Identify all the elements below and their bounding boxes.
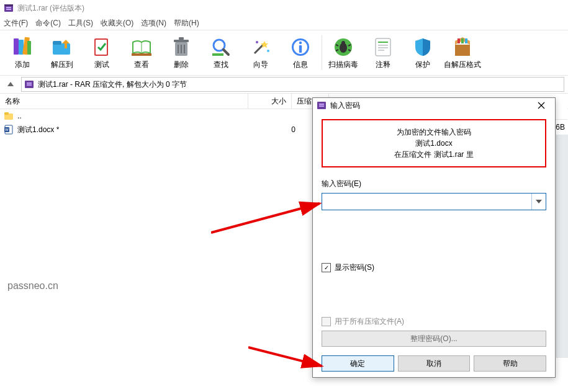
tool-add-label: 添加 [15,60,30,70]
tool-info-label: 信息 [293,60,308,70]
note-icon [372,36,394,58]
annotation-arrow-1 [211,198,329,236]
tool-view[interactable]: 查看 [122,32,161,74]
menu-file[interactable]: 文件(F) [4,18,28,29]
menu-options[interactable]: 选项(N) [141,18,166,29]
dialog-buttons: 确定 取消 帮助 [313,350,555,380]
svg-rect-16 [179,37,184,40]
window-title: 测试1.rar (评估版本) [17,3,84,14]
tool-comment[interactable]: 注释 [363,32,403,74]
svg-point-32 [341,41,345,45]
menu-fav[interactable]: 收藏夹(O) [101,18,133,29]
menu-help[interactable]: 帮助(H) [174,18,199,29]
svg-point-28 [299,41,302,43]
address-bar: 测试1.rar - RAR 压缩文件, 解包大小为 0 字节 [0,76,568,94]
book-check-icon [91,36,113,58]
cancel-button[interactable]: 取消 [398,355,471,372]
enter-password-label: 输入密码(E) [322,179,546,189]
books-stack-icon [11,36,34,58]
titlebar: 测试1.rar (评估版本) [0,0,568,16]
docx-icon: W [4,125,14,135]
show-password-label: 显示密码(S) [335,262,374,273]
use-all-checkbox [322,317,331,326]
close-button[interactable] [531,98,551,113]
tool-delete[interactable]: 删除 [161,32,201,74]
svg-point-24 [256,41,258,43]
tool-view-label: 查看 [134,60,149,70]
tool-comment-label: 注释 [376,60,390,70]
show-password-checkbox[interactable] [322,263,331,272]
dialog-message-box: 为加密的文件输入密码 测试1.docx 在压缩文件 测试1.rar 里 [322,119,546,167]
tool-find-label: 查找 [214,60,228,70]
tool-delete-label: 删除 [174,60,189,70]
svg-rect-3 [6,9,11,10]
svg-rect-37 [376,38,390,56]
tool-protect[interactable]: 保护 [403,32,443,74]
trash-icon [170,36,192,58]
info-icon [289,36,312,58]
tool-test[interactable]: 测试 [82,32,122,74]
scrollbar-track[interactable] [556,135,568,358]
svg-text:W: W [5,128,9,131]
winrar-app-icon [4,3,14,13]
svg-rect-7 [27,41,31,55]
tool-test-label: 测试 [94,60,109,70]
help-button[interactable]: 帮助 [474,355,546,372]
tool-wizard[interactable]: 向导 [241,32,281,74]
col-size[interactable]: 大小 [248,94,292,109]
svg-rect-9 [53,41,61,45]
msg-line2: 测试1.docx [325,138,543,149]
watermark: passneo.cn [7,280,58,292]
menu-command[interactable]: 命令(C) [35,18,61,29]
svg-rect-29 [299,45,302,53]
svg-rect-56 [319,105,324,107]
menu-tools[interactable]: 工具(S) [68,18,93,29]
manage-passwords-button[interactable]: 整理密码(O)... [322,331,546,347]
show-password-row[interactable]: 显示密码(S) [322,262,546,273]
path-field[interactable]: 测试1.rar - RAR 压缩文件, 解包大小为 0 字节 [21,77,564,92]
password-combobox[interactable] [322,193,546,210]
svg-rect-42 [455,45,470,56]
tool-scan[interactable]: 扫描病毒 [323,32,363,74]
svg-rect-8 [53,43,70,55]
shield-icon [412,36,434,58]
svg-rect-13 [132,53,151,56]
use-all-label: 用于所有压缩文件(A) [335,316,404,327]
dialog-body: 为加密的文件输入密码 测试1.docx 在压缩文件 测试1.rar 里 输入密码… [313,113,555,350]
svg-rect-1 [4,4,13,6]
winrar-small-icon [317,100,327,110]
ok-button[interactable]: 确定 [322,355,394,372]
bug-shield-icon [332,36,354,58]
cell-up-name: .. [17,112,252,120]
password-dropdown-toggle[interactable] [531,194,546,210]
tool-info[interactable]: 信息 [281,32,320,74]
svg-rect-45 [465,38,467,43]
magnifier-icon [210,36,232,58]
svg-rect-11 [96,40,107,55]
col-name[interactable]: 名称 [0,94,248,109]
svg-rect-50 [4,112,9,115]
svg-rect-22 [212,53,223,56]
svg-line-21 [223,50,228,55]
svg-rect-55 [319,104,324,105]
tool-extract-label: 解压到 [51,60,73,70]
tool-extract[interactable]: 解压到 [42,32,82,74]
svg-rect-47 [27,82,32,84]
tool-sfx[interactable]: 自解压格式 [443,32,482,74]
toolbar-sep [322,35,322,70]
cell-file1-size: 0 [256,125,295,134]
svg-point-25 [267,50,269,52]
tool-scan-label: 扫描病毒 [328,60,358,70]
svg-rect-48 [27,84,32,86]
tool-find[interactable]: 查找 [201,32,241,74]
tool-add[interactable]: 添加 [2,32,42,74]
use-all-row: 用于所有压缩文件(A) [322,316,546,327]
toolbar: 添加 解压到 测试 查看 [0,30,568,76]
menubar: 文件(F) 命令(C) 工具(S) 收藏夹(O) 选项(N) 帮助(H) [0,16,568,30]
archive-icon [24,79,34,89]
password-input[interactable] [322,194,531,210]
up-button[interactable] [4,78,17,91]
dialog-title: 输入密码 [330,100,531,111]
svg-line-60 [248,347,322,366]
cell-file1-name: 测试1.docx * [17,125,252,135]
